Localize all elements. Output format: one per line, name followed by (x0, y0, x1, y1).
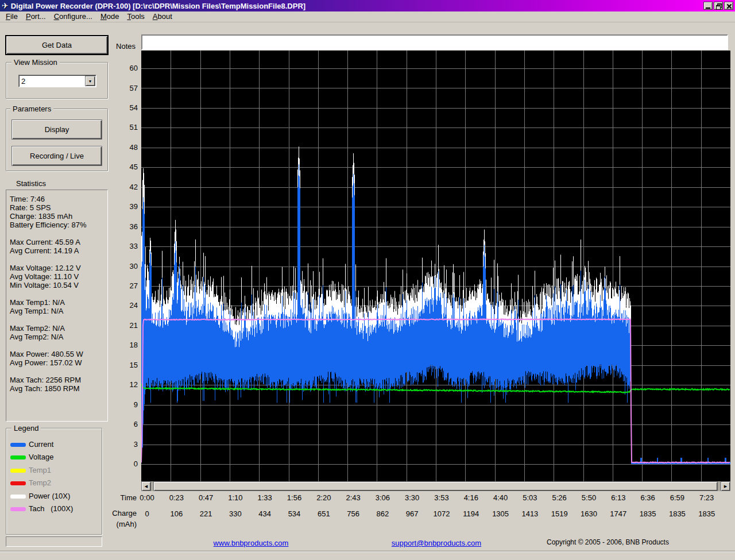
statistics-line (10, 315, 107, 324)
statistics-line (10, 367, 107, 376)
menu-item-about[interactable]: About (149, 11, 177, 22)
y-axis-tick: 33 (113, 242, 138, 250)
y-axis-tick: 54 (113, 103, 138, 112)
y-axis-tick: 51 (113, 123, 138, 132)
statistics-line: Avg Temp2: N/A (10, 333, 107, 341)
menu-item-mode[interactable]: Mode (97, 11, 124, 22)
legend-swatch-temp1 (10, 469, 26, 473)
statistics-line: Avg Power: 157.02 W (10, 358, 107, 367)
statistics-line: Max Temp1: N/A (10, 298, 107, 307)
app-window: ✈ Digital Power Recorder (DPR-100) [D:\r… (0, 0, 735, 560)
window-title: Digital Power Recorder (DPR-100) [D:\rc\… (11, 2, 701, 10)
y-axis-tick: 9 (113, 400, 138, 409)
y-axis-tick: 6 (113, 420, 138, 428)
y-axis-tick: 18 (113, 341, 138, 349)
notes-input[interactable] (141, 34, 728, 50)
statistics-line (10, 229, 107, 238)
statistics-line: Charge: 1835 mAh (10, 212, 107, 221)
y-axis-tick: 24 (113, 301, 138, 310)
chart-plot (141, 51, 730, 481)
scroll-right-button[interactable]: ▶ (721, 481, 730, 491)
display-button[interactable]: Display (11, 119, 102, 140)
notes-label: Notes (109, 42, 136, 51)
statistics-line: Battery Efficiency: 87% (10, 221, 107, 229)
mission-select[interactable]: 2 ▼ (18, 75, 96, 87)
legend-item-label: Voltage (29, 453, 53, 461)
statistics-line: Avg Voltage: 11.10 V (10, 272, 107, 281)
menu-item-file[interactable]: File (2, 11, 22, 22)
legend-swatch-power (10, 495, 26, 499)
mission-select-value: 2 (19, 77, 85, 86)
legend-swatch-voltage (10, 455, 26, 459)
y-axis-tick: 15 (113, 361, 138, 369)
menu-bar: FilePort...Configure...ModeToolsAbout (0, 11, 735, 22)
legend-item-label: Temp1 (29, 466, 51, 474)
legend-label: Legend (11, 424, 41, 432)
charge-unit-label: (mAh) (102, 520, 137, 528)
parameters-label: Parameters (10, 105, 53, 113)
legend-item-label: Current (29, 440, 53, 449)
scroll-left-button[interactable]: ◀ (141, 481, 151, 491)
y-axis-tick: 45 (113, 163, 138, 171)
legend-swatch-current (10, 443, 26, 447)
airplane-icon: ✈ (2, 2, 9, 10)
chart-scrollbar[interactable]: ◀ ▶ (141, 481, 730, 491)
charge-tick: 1835 (687, 509, 727, 518)
y-axis-tick: 60 (113, 64, 138, 72)
statistics-line (10, 289, 107, 298)
statistics-line (10, 255, 107, 264)
scrollbar-thumb[interactable] (153, 481, 718, 491)
y-axis-tick: 42 (113, 183, 138, 191)
recording-live-button[interactable]: Recording / Live (11, 146, 102, 166)
statistics-line: Avg Tach: 1850 RPM (10, 384, 107, 393)
minimize-button[interactable] (703, 2, 713, 10)
y-axis-tick: 36 (113, 222, 138, 231)
statistics-box: Time: 7:46Rate: 5 SPSCharge: 1835 mAhBat… (6, 190, 108, 422)
email-link[interactable]: support@bnbproducts.com (376, 539, 497, 547)
y-axis-tick: 27 (113, 281, 138, 290)
restore-icon (716, 3, 721, 8)
legend-item-label: Temp2 (29, 478, 51, 487)
statistics-line: Avg Temp1: N/A (10, 307, 107, 315)
statistics-label: Statistics (14, 179, 48, 188)
statistics-line: Max Power: 480.55 W (10, 350, 107, 358)
statistics-lines: Time: 7:46Rate: 5 SPSCharge: 1835 mAhBat… (6, 190, 107, 393)
y-axis-tick: 30 (113, 262, 138, 271)
minimize-icon (706, 7, 710, 9)
chart-canvas (141, 51, 730, 481)
website-link[interactable]: www.bnbproducts.com (199, 539, 303, 547)
scroll-right-icon: ▶ (724, 484, 727, 489)
window-controls (703, 2, 733, 10)
legend-swatch-temp2 (10, 481, 26, 485)
menu-item-port[interactable]: Port... (22, 11, 51, 22)
y-axis-tick: 57 (113, 84, 138, 92)
statistics-line: Max Current: 45.59 A (10, 238, 107, 246)
statistics-line: Rate: 5 SPS (10, 203, 107, 212)
title-bar[interactable]: ✈ Digital Power Recorder (DPR-100) [D:\r… (0, 0, 735, 11)
menu-item-tools[interactable]: Tools (123, 11, 149, 22)
close-icon (726, 3, 732, 9)
scroll-left-icon: ◀ (145, 484, 148, 489)
y-axis-tick: 39 (113, 202, 138, 211)
statistics-line: Time: 7:46 (10, 195, 107, 203)
view-mission-label: View Mission (11, 58, 60, 67)
legend-swatch-tach (10, 507, 26, 511)
get-data-button[interactable]: Get Data (6, 36, 108, 55)
y-axis-tick: 12 (113, 380, 138, 389)
menu-item-configure[interactable]: Configure... (51, 11, 97, 22)
statistics-line: Max Tach: 2256 RPM (10, 376, 107, 384)
statistics-line: Min Voltage: 10.54 V (10, 281, 107, 289)
y-axis-tick: 48 (113, 143, 138, 152)
restore-button[interactable] (714, 2, 723, 10)
statistics-line: Max Temp2: N/A (10, 324, 107, 333)
legend-item-label: Tach (100X) (29, 504, 73, 513)
window-bottom-edge (0, 551, 735, 560)
status-box (6, 536, 102, 547)
chevron-down-icon[interactable]: ▼ (85, 76, 95, 86)
statistics-line: Max Voltage: 12.12 V (10, 264, 107, 272)
time-tick: 7:23 (687, 493, 727, 502)
statistics-line (10, 341, 107, 350)
statistics-line: Avg Current: 14.19 A (10, 246, 107, 255)
close-button[interactable] (724, 2, 733, 10)
legend-item-label: Power (10X) (29, 492, 70, 500)
